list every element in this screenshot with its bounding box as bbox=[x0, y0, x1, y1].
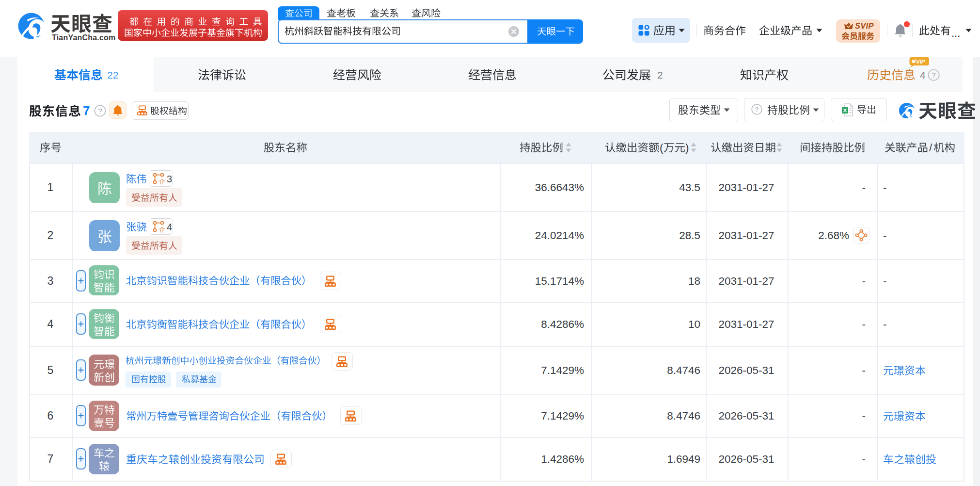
svg-text:?: ? bbox=[932, 71, 935, 79]
svg-text:VIP: VIP bbox=[916, 59, 925, 65]
svg-text:?: ? bbox=[98, 107, 102, 115]
svg-text:?: ? bbox=[755, 106, 759, 113]
